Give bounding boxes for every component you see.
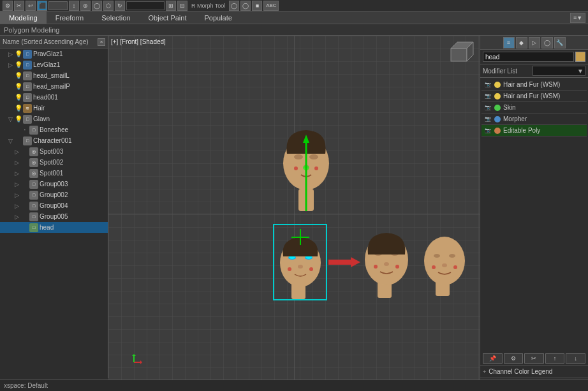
list-item[interactable]: ▷ □ Group002 xyxy=(0,189,108,200)
color-swatch[interactable] xyxy=(575,52,585,62)
section-label: Channel Color Legend xyxy=(489,368,552,375)
panel-icon-modifier[interactable]: ≡ xyxy=(503,37,515,48)
visibility-icon[interactable]: · xyxy=(20,126,29,135)
mod-vis-icon[interactable]: 📷 xyxy=(484,115,492,123)
visibility-icon[interactable] xyxy=(20,223,29,232)
list-item[interactable]: ▽ □ Character001 xyxy=(0,135,108,146)
toolbar-icon-5[interactable]: ↕ xyxy=(69,1,79,11)
modifier-list-row: Modifier List ▼ xyxy=(480,64,588,78)
viewport[interactable]: [+] [Front] [Shaded] xyxy=(108,36,480,391)
panel-icon-motion[interactable]: ▷ xyxy=(529,37,540,48)
remove-button[interactable]: ✂ xyxy=(524,353,544,364)
visibility-icon[interactable]: 💡 xyxy=(14,104,23,113)
visibility-icon[interactable] xyxy=(20,147,29,156)
list-item[interactable]: 💡 □ head_smailL xyxy=(0,70,108,81)
up-button[interactable]: ↑ xyxy=(545,353,565,364)
toolbar-icon-1[interactable]: ⚙ xyxy=(3,1,13,11)
toolbar-icon-14[interactable]: ■ xyxy=(252,1,262,11)
visibility-icon[interactable]: 💡 xyxy=(14,93,23,102)
list-item-head[interactable]: □ head xyxy=(0,222,108,233)
tab-selection[interactable]: Selection xyxy=(92,11,139,24)
svg-point-3 xyxy=(309,154,318,159)
toolbar-icon-13[interactable]: ◯ xyxy=(240,1,251,11)
name-input-field[interactable] xyxy=(483,52,574,62)
list-item[interactable]: · □ Boneshee xyxy=(0,124,108,135)
list-item[interactable]: ▷ 💡 □ PravGlaz1 xyxy=(0,48,108,59)
visibility-icon[interactable] xyxy=(20,191,29,200)
toolbar-input[interactable] xyxy=(48,1,68,10)
obj-type-icon: □ xyxy=(23,61,32,70)
toolbar-icon-9[interactable]: ↻ xyxy=(115,1,125,11)
modifier-item-morpher[interactable]: 📷 Morpher xyxy=(481,114,587,125)
panel-icon-hierarchy[interactable]: ◆ xyxy=(516,37,527,48)
down-button[interactable]: ↓ xyxy=(566,353,585,364)
expand-icon: ▷ xyxy=(13,192,20,198)
panel-icon-display[interactable]: ◯ xyxy=(541,37,553,48)
list-item[interactable]: ▷ □ Group003 xyxy=(0,179,108,189)
list-item[interactable]: 💡 □ head001 xyxy=(0,92,108,103)
mod-vis-icon[interactable]: 📷 xyxy=(484,81,492,89)
list-item[interactable]: ▷ ◎ Spot002 xyxy=(0,157,108,168)
list-item[interactable]: ▷ □ Group004 xyxy=(0,200,108,211)
visibility-icon[interactable] xyxy=(20,180,29,189)
modifier-item-skin[interactable]: 📷 Skin xyxy=(481,102,587,114)
toolbar-text-input[interactable] xyxy=(126,1,165,10)
toolbar-icon-8[interactable]: ⬡ xyxy=(103,1,114,11)
list-item[interactable]: 💡 ≋ Hair xyxy=(0,103,108,114)
scene-list[interactable]: ▷ 💡 □ PravGlaz1 ▷ 💡 □ LevGlaz1 💡 □ head_… xyxy=(0,48,108,391)
toolbar-icon-abc[interactable]: ABC xyxy=(263,1,279,11)
modifier-item-editable-poly[interactable]: 📷 Editable Poly xyxy=(481,125,587,136)
visibility-icon[interactable]: 💡 xyxy=(14,71,23,80)
visibility-icon[interactable] xyxy=(20,212,29,221)
tab-freeform[interactable]: Freeform xyxy=(47,11,93,24)
obj-type-icon: ◎ xyxy=(29,169,38,178)
panel-icon-utilities[interactable]: 🔧 xyxy=(554,37,566,48)
panel-buttons: 📌 ⚙ ✂ ↑ ↓ xyxy=(480,352,588,365)
tab-modeling[interactable]: Modeling xyxy=(0,11,47,24)
list-item[interactable]: ▷ ◎ Spot001 xyxy=(0,168,108,179)
item-label: Spot001 xyxy=(40,170,63,177)
mod-vis-icon[interactable]: 📷 xyxy=(484,127,492,135)
list-item[interactable]: ▽ 💡 □ Glavn xyxy=(0,114,108,124)
modifier-item-hair-fur-2[interactable]: 📷 Hair and Fur (WSM) xyxy=(481,91,587,102)
pin-button[interactable]: 📌 xyxy=(483,353,503,364)
list-item[interactable]: ▷ ◎ Spot003 xyxy=(0,146,108,157)
nav-cube[interactable] xyxy=(448,39,476,68)
svg-point-27 xyxy=(374,265,378,269)
list-item[interactable]: 💡 □ head_smailP xyxy=(0,81,108,92)
list-item[interactable]: ▷ 💡 □ LevGlaz1 xyxy=(0,59,108,70)
visibility-icon[interactable]: 💡 xyxy=(14,82,23,91)
configure-button[interactable]: ⚙ xyxy=(504,353,524,364)
modifier-item-hair-fur-1[interactable]: 📷 Hair and Fur (WSM) xyxy=(481,79,587,91)
toolbar-icon-11[interactable]: ⊟ xyxy=(177,1,187,11)
tab-extra-icon[interactable]: ≡▼ xyxy=(570,13,585,23)
modifier-list-dropdown[interactable]: ▼ xyxy=(533,66,586,76)
item-label: Glavn xyxy=(33,115,50,122)
visibility-icon[interactable] xyxy=(20,202,29,210)
toolbar-icon-4[interactable]: ⬛ xyxy=(37,1,47,11)
channel-color-legend-section[interactable]: + Channel Color Legend xyxy=(480,365,588,378)
visibility-icon[interactable] xyxy=(20,158,29,167)
mod-vis-icon[interactable]: 📷 xyxy=(484,92,492,100)
toolbar-icon-2[interactable]: ✂ xyxy=(14,1,24,11)
list-item[interactable]: ▷ □ Group005 xyxy=(0,211,108,222)
toolbar-icon-10[interactable]: ⊞ xyxy=(166,1,176,11)
expand-icon: ▽ xyxy=(6,116,14,122)
tab-object-paint[interactable]: Object Paint xyxy=(140,11,196,24)
close-button[interactable]: × xyxy=(98,38,105,46)
visibility-icon[interactable] xyxy=(20,169,29,178)
toolbar-icon-12[interactable]: ◯ xyxy=(229,1,239,11)
toolbar-icon-7[interactable]: ◯ xyxy=(92,1,102,11)
svg-point-32 xyxy=(449,254,455,258)
toolbar-icon-6[interactable]: ⊕ xyxy=(80,1,91,11)
mod-vis-icon[interactable]: 📷 xyxy=(484,104,492,112)
visibility-icon[interactable]: 💡 xyxy=(14,115,23,124)
item-label: head_smailP xyxy=(33,83,70,90)
mod-color-indicator xyxy=(494,82,501,88)
visibility-icon[interactable] xyxy=(14,136,23,145)
visibility-icon[interactable]: 💡 xyxy=(14,61,23,70)
visibility-icon[interactable]: 💡 xyxy=(14,50,23,59)
expand-icon: ▷ xyxy=(13,149,20,155)
toolbar-icon-3[interactable]: ↩ xyxy=(26,1,36,11)
tab-populate[interactable]: Populate xyxy=(195,11,240,24)
